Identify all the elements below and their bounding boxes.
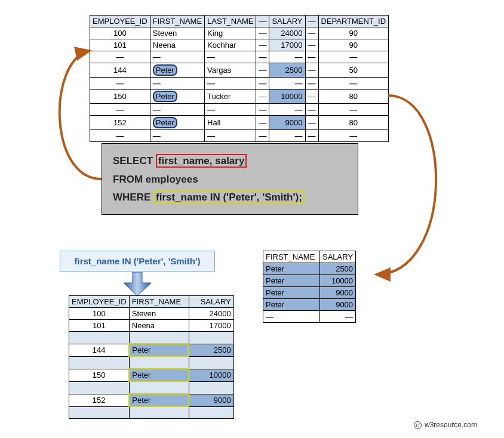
table-row: 152Peter9000	[69, 394, 234, 406]
source-table: EMPLOYEE_IDFIRST_NAMELAST_NAME—SALARY—DE…	[90, 15, 389, 142]
table-row: Peter9000	[263, 299, 356, 311]
table-row	[69, 332, 234, 344]
col-header: EMPLOYEE_ID	[69, 296, 130, 308]
peter-highlight: Peter	[153, 64, 177, 76]
table-row: 150Peter10000	[69, 369, 234, 381]
table-row	[69, 381, 234, 394]
table-row	[69, 406, 234, 419]
sql-query-box: SELECT first_name, salary FROM employees…	[102, 143, 358, 215]
col-header: SALARY	[269, 16, 305, 27]
col-header: —	[256, 16, 269, 27]
table-row: 101Neena17000	[69, 320, 234, 332]
result-table: FIRST_NAMESALARY Peter2500Peter10000Pete…	[263, 251, 356, 323]
table-row: 100Steven24000	[69, 308, 234, 320]
peter-highlight: Peter	[153, 117, 177, 128]
sql-line-select: SELECT first_name, salary	[113, 152, 347, 171]
col-header: FIRST_NAME	[263, 251, 320, 263]
col-header: FIRST_NAME	[129, 296, 189, 308]
col-header: DEPARTMENT_ID	[318, 16, 389, 27]
table-row: ———————	[90, 130, 389, 142]
col-header: SALARY	[320, 251, 356, 263]
col-header: LAST_NAME	[205, 16, 256, 27]
table-row: Peter9000	[263, 287, 356, 299]
col-header: FIRST_NAME	[150, 16, 204, 27]
table-row: ———————	[90, 51, 389, 63]
arrow-down-icon	[122, 272, 152, 297]
table-row: 150PeterTucker—10000—80	[90, 90, 389, 104]
peter-highlight: Peter	[153, 91, 177, 102]
sql-condition: first_name IN ('Peter', 'Smith');	[153, 190, 305, 204]
col-header: SALARY	[189, 296, 233, 308]
table-row: 152PeterHall—9000—80	[90, 116, 389, 130]
table-row: ———————	[90, 104, 389, 116]
sql-columns: first_name, salary	[156, 154, 247, 168]
table-row: 100StevenKing—24000—90	[90, 27, 389, 39]
table-row: 144PeterVargas—2500—50	[90, 63, 389, 78]
table-row: Peter10000	[263, 275, 356, 287]
sql-line-from: FROM employees	[113, 171, 347, 189]
table-row: ———————	[90, 78, 389, 90]
table-row: 144Peter2500	[69, 344, 234, 356]
sql-line-where: WHERE first_name IN ('Peter', 'Smith');	[113, 189, 347, 207]
copyright-icon: c	[414, 421, 422, 429]
table-row: ——	[263, 311, 356, 323]
footer-credit: c w3resource.com	[414, 421, 477, 429]
filter-condition-label: first_name IN ('Peter', 'Smith')	[60, 251, 215, 272]
table-row	[69, 356, 234, 369]
filtered-source-table: EMPLOYEE_IDFIRST_NAMESALARY 100Steven240…	[69, 295, 234, 419]
table-row: 101NeenaKochhar—17000—90	[90, 39, 389, 51]
table-row: Peter2500	[263, 263, 356, 275]
col-header: EMPLOYEE_ID	[90, 16, 150, 27]
col-header: —	[305, 16, 318, 27]
